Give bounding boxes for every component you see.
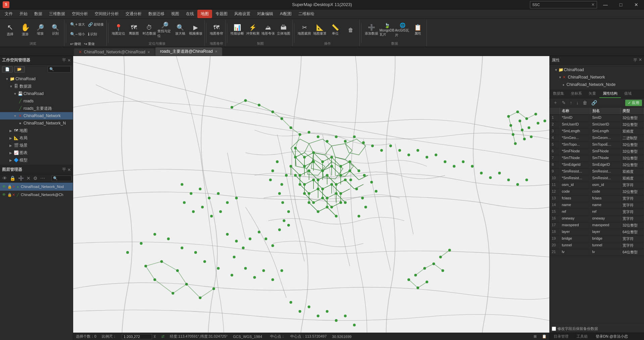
expand-icon-2[interactable]: ▼ — [9, 85, 13, 88]
expand-icon-scenes[interactable]: ▶ — [9, 144, 13, 147]
tree-item-chinaroad-ds[interactable]: ▼ 💾 ChinaRoad — [0, 90, 73, 97]
workspace-search-input[interactable] — [54, 67, 69, 71]
mongodb-button[interactable]: 🍃 MongoDB瓦片 — [380, 20, 394, 40]
network-prop-expand[interactable]: ▼ — [558, 76, 562, 79]
tree-item-layouts[interactable]: ▶ 📐 布局 — [0, 134, 73, 142]
attr-row[interactable]: 18 layer layer 64位整型 — [550, 229, 644, 236]
workspace-pin-button[interactable]: 平 — [62, 57, 66, 63]
close-button[interactable]: ✕ — [629, 0, 644, 9]
menu-item-交通分析[interactable]: 交通分析 — [122, 10, 145, 18]
undo-button[interactable]: ↩ 撤销 — [69, 39, 82, 47]
bottom-tab-login[interactable]: 登录DN @非法小恋 — [592, 333, 632, 340]
menu-item-数据迁移[interactable]: 数据迁移 — [145, 10, 168, 18]
attr-link-button[interactable]: 🔗 — [590, 100, 598, 106]
expand-icon-3[interactable]: ▼ — [13, 92, 17, 96]
menu-item-三维数据[interactable]: 三维数据 — [46, 10, 68, 18]
menu-item-视图[interactable]: 视图 — [168, 10, 183, 18]
menu-item-空间统计分析[interactable]: 空间统计分析 — [91, 10, 122, 18]
tree-item-network[interactable]: ▼ ✕ ChinaRoad_Network — [0, 112, 73, 119]
attr-row[interactable]: 1 *SmID SmID 32位整型 — [550, 115, 644, 122]
identify-tool-button[interactable]: 🔍 识别 — [48, 20, 63, 40]
maximize-button[interactable]: □ — [613, 0, 629, 9]
clear-button[interactable]: 🗑 — [343, 20, 358, 40]
attr-tab-coords[interactable]: 坐标系 — [567, 90, 585, 98]
tree-item-roads-main[interactable]: ╱ roads_主要道路 — [0, 105, 73, 112]
menu-item-开始[interactable]: 开始 — [16, 10, 31, 18]
menu-item-AI配图[interactable]: AI配图 — [277, 10, 295, 18]
redo-button[interactable]: ↪ 重做 — [83, 39, 96, 47]
video-play-button[interactable]: ▶ 视频播放 — [188, 20, 203, 40]
attr-tab-dataset[interactable]: 数据集 — [550, 90, 567, 98]
temporal-button[interactable]: ⏱ 时态数据 — [142, 20, 157, 40]
attr-row[interactable]: 13 fclass fclass 宽字符 — [550, 195, 644, 202]
menu-item-文件[interactable]: 文件 — [1, 10, 16, 18]
layer-expand-button[interactable]: ⋯ — [39, 175, 46, 181]
tab-roads[interactable]: roads_主要道路@ChinaRoad ✕ — [155, 47, 222, 56]
unit-button[interactable]: 📏 单位 — [328, 20, 343, 40]
layer-add-button[interactable]: ➕ — [17, 175, 25, 181]
bottom-tab-toolbox[interactable]: 工具箱 — [573, 333, 592, 340]
magnifier-button[interactable]: 🔍 放大镜 — [173, 20, 188, 40]
identify-small-button[interactable]: ℹ 识别 — [87, 30, 98, 39]
menu-item-数据[interactable]: 数据 — [31, 10, 46, 18]
tree-item-maps[interactable]: ▶ 🗺 地图 — [0, 127, 73, 134]
attr-row[interactable]: 20 tunnel tunnel 宽字符 — [550, 242, 644, 249]
zoom-tool-button[interactable]: 🔎 缩放 — [33, 20, 48, 40]
chinaroad-prop-expand[interactable]: ▼ — [554, 68, 558, 72]
attr-tab-vector[interactable]: 矢量 — [585, 90, 599, 98]
attr-row[interactable]: 2 SmUserID SmUserID 32位整型 — [550, 122, 644, 128]
locate-button[interactable]: 📍 地图定位 — [111, 20, 126, 40]
zoom-out-button[interactable]: 🔍− 缩小 — [69, 30, 86, 39]
select-tool-button[interactable]: ↖ 选择 — [3, 20, 17, 40]
superlink-button[interactable]: 🔗 超链接 — [87, 20, 105, 29]
menu-item-对象编辑[interactable]: 对象编辑 — [254, 10, 277, 18]
attr-apply-button[interactable]: ✓ 应用 — [625, 100, 642, 106]
attr-row[interactable]: 14 name name 宽字符 — [550, 202, 644, 209]
attr-edit-button[interactable]: ✎ — [560, 100, 567, 106]
find-button[interactable]: 🔎 查找与定位 — [157, 20, 172, 40]
perf-diag-button[interactable]: 📊 性能诊断 — [230, 20, 245, 40]
attr-row[interactable]: 11 osm_id osm_id 宽字符 — [550, 182, 644, 189]
attr-row[interactable]: 21 lv lv 64位整型 — [550, 249, 644, 256]
layer-vis-icon-2[interactable]: 👁 — [2, 192, 7, 197]
tree-item-models[interactable]: ▶ 🔷 模型 — [0, 156, 73, 164]
menu-item-在线[interactable]: 在线 — [183, 10, 197, 18]
expand-icon-models[interactable]: ▶ — [9, 158, 13, 162]
new-workspace-button[interactable]: 📄 — [2, 66, 13, 72]
tab-roads-close[interactable]: ✕ — [215, 50, 217, 53]
menu-item-专题图[interactable]: 专题图 — [212, 10, 231, 18]
menu-item-地图[interactable]: 地图 — [197, 10, 212, 18]
layer-lock-icon-2[interactable]: 🔒 — [7, 193, 12, 197]
map-tile-button[interactable]: 🗺 地图卷帘 — [209, 20, 224, 40]
expand-icon[interactable]: ▼ — [5, 77, 9, 81]
attr-delete-button[interactable]: 🗑 — [581, 100, 589, 106]
terrain-button[interactable]: ⛰ 地形夸张 — [261, 20, 276, 40]
attr-button[interactable]: 📋 属性 — [410, 20, 425, 40]
bottom-tab-catalog[interactable]: 目录管理 — [550, 333, 573, 340]
tab-network-close[interactable]: ✕ — [147, 50, 150, 54]
scale-input[interactable] — [122, 334, 152, 339]
attr-row[interactable]: 7 *SmTNode SmTNode 32位整型 — [550, 155, 644, 162]
status-icon-2[interactable]: 📋 — [542, 334, 547, 339]
overview-button[interactable]: 🗺 鹰眼图 — [127, 20, 141, 40]
layer-item-network-node[interactable]: 👁 🔒 ✕ ● ChinaRoad_Network_Nod — [0, 183, 73, 191]
expand-icon-net[interactable]: ▼ — [13, 114, 17, 118]
layer-pin-button[interactable]: 平 — [62, 167, 66, 173]
attr-row[interactable]: 8 *SmEdgeId SmEdgeID 32位整型 — [550, 162, 644, 168]
title-search-close[interactable]: ✕ — [591, 2, 595, 7]
tree-item-charts[interactable]: ▶ 📈 图表 — [0, 149, 73, 156]
scale-arrow[interactable]: ⊻ — [153, 334, 156, 339]
layer-close-button[interactable]: ✕ — [67, 167, 71, 172]
menu-item-风格设置[interactable]: 风格设置 — [231, 10, 254, 18]
expand-icon-layouts[interactable]: ▶ — [9, 136, 13, 140]
stereo-button[interactable]: 🏔 立体地图 — [276, 20, 291, 40]
tree-item-chinaroad[interactable]: ▼ 📁 ChinaRoad — [0, 75, 73, 83]
attr-row[interactable]: 4 *SmGeo... SmGeom... 二进制型 — [550, 135, 644, 142]
minimize-button[interactable]: — — [598, 0, 613, 9]
workspace-close-button[interactable]: ✕ — [67, 58, 71, 63]
pan-tool-button[interactable]: ✋ 漫游 — [18, 20, 33, 40]
props-tree-network[interactable]: ▼ ✕ ChinaRoad_Network — [550, 74, 644, 81]
attr-row[interactable]: 6 *SmFNode SmFNode 32位整型 — [550, 148, 644, 155]
attr-row[interactable]: 17 maxspeed maxspeed 32位整型 — [550, 222, 644, 229]
menu-item-空间分析[interactable]: 空间分析 — [68, 10, 91, 18]
